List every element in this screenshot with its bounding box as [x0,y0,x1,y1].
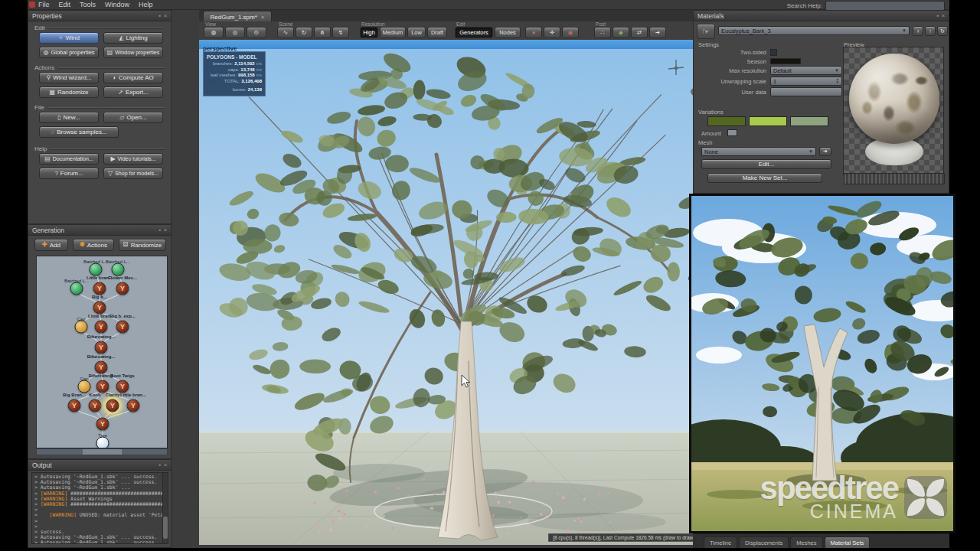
tab-meshes[interactable]: Meshes [790,536,822,548]
wind-button[interactable]: ✧Wind [39,32,99,44]
global-properties-button[interactable]: ◍Global properties [39,47,99,58]
graph-randomize-button[interactable]: ⚄Randomize [119,239,166,251]
panel-close-icon[interactable]: × [164,227,167,233]
forum-button[interactable]: ?Forum... [39,168,99,179]
graph-node[interactable]: Batched L... [70,282,83,295]
graph-node[interactable]: Cap [75,321,88,334]
browse-samples-button[interactable]: ◌Browse samples... [39,126,119,138]
material-hand-tool-button[interactable]: ☞ [697,24,715,39]
variation-swatch-2[interactable] [749,116,787,126]
resolution-high-button[interactable]: High [360,27,378,38]
view-camera-button[interactable]: ◍ [204,27,224,38]
resolution-draft-button[interactable]: Draft [427,27,447,38]
resolution-low-button[interactable]: Low [407,27,426,38]
viewport-header[interactable]: perspective [199,40,723,49]
edit-eye-button[interactable]: ◉ [562,27,579,38]
menu-edit[interactable]: Edit [59,1,71,8]
post-swap-button[interactable]: ⇄ [631,27,648,38]
panel-close-icon[interactable]: × [164,462,167,468]
file-group-label: File [34,104,44,111]
mesh-edit-button[interactable]: Edit... [701,159,831,169]
view-focus-button[interactable]: ◎ [225,27,245,38]
document-tab[interactable]: RedGum_1.spm*× [203,11,272,22]
set-strip[interactable] [844,173,945,184]
tab-displacements[interactable]: Displacements [739,536,789,548]
view-zoom-button[interactable]: ⊙ [247,27,266,38]
graph-node[interactable]: YClarity [106,399,119,412]
add-node-button[interactable]: ✚Add [34,239,68,251]
menu-window[interactable]: Window [105,1,129,8]
open-button[interactable]: ▱Open... [103,112,163,123]
panel-dock-icon[interactable]: ▪ [158,462,160,468]
menu-tools[interactable]: Tools [80,1,96,8]
variation-swatch-3[interactable] [790,116,828,126]
material-preview[interactable] [843,47,944,175]
user-data-field[interactable] [770,87,842,96]
edit-generators-button[interactable]: Generators [455,27,493,38]
window-icon: ▤ [107,50,113,56]
documentation-button[interactable]: ▤Documentation... [39,153,99,165]
panel-close-icon[interactable]: × [942,13,945,18]
edit-brush-button[interactable]: ● [525,27,542,38]
randomize-button[interactable]: ▦Randomize [39,86,99,98]
output-scrollbar[interactable] [162,472,168,544]
graph-node[interactable]: YBig b. exp... [116,321,129,334]
graph-node[interactable]: YFlower Mes... [116,282,129,295]
graph-node[interactable]: YKnob [89,399,102,412]
material-refresh-button[interactable]: ↻ [937,26,948,36]
two-sided-label: Two-sided [701,49,766,56]
graph-node[interactable]: YBig Bran... [68,399,81,412]
mesh-dropdown[interactable]: None▼ [701,147,816,156]
amount-field[interactable] [727,129,737,136]
panel-dock-icon[interactable]: ▪ [158,227,160,233]
mesh-link-button[interactable]: ➜ [819,147,831,156]
panel-dock-icon[interactable]: ▪ [158,13,160,18]
wind-icon: ✧ [58,35,64,41]
two-sided-checkbox[interactable] [770,49,777,56]
shop-for-models-button[interactable]: ▽Shop for models... [103,168,163,179]
actions-button[interactable]: ✱Actions [73,239,114,251]
post-play-button[interactable]: ➜ [649,27,666,38]
tab-material-sets[interactable]: Material Sets [825,536,871,548]
search-help-label: Search Help: [787,2,822,9]
resolution-medium-button[interactable]: Medium [380,27,406,38]
window-properties-button[interactable]: ▤Window properties [103,47,163,58]
max-resolution-dropdown[interactable]: Default▼ [770,66,842,75]
scene-curve-button[interactable]: ∿ [277,27,294,38]
panel-dock-icon[interactable]: ▪ [936,13,938,18]
graph-node[interactable]: YLittle bran... [127,399,140,412]
scene-pull-button[interactable]: ↯ [332,27,349,38]
video-tutorials-button[interactable]: ▶Video tutorials... [103,153,163,165]
scene-rotate-button[interactable]: ↻ [296,27,312,38]
compute-ao-button[interactable]: ◗Compute AO [103,72,163,83]
material-add-button[interactable]: ＋ [913,26,923,36]
tab-close-icon[interactable]: × [261,14,265,21]
export-button[interactable]: ➚Export... [103,86,163,98]
material-select-dropdown[interactable]: Eucalyptus_Bark_3▼ [718,26,910,35]
viewport-3d[interactable]: perspective POLYGONS - MODEL branches:2,… [199,40,723,545]
menu-file[interactable]: File [38,1,50,8]
wind-wizard-button[interactable]: ⚲Wind wizard... [39,72,99,83]
generation-node-graph[interactable]: Batched L...Batched L...Batched L...YLit… [36,256,168,448]
panel-close-icon[interactable]: × [164,13,167,18]
tab-timeline[interactable]: Timeline [704,536,737,548]
graph-horizontal-scrollbar[interactable] [36,448,168,455]
new-button[interactable]: ▯New... [39,112,99,123]
material-up-button[interactable]: ↑ [925,26,936,36]
unwrapping-scale-spinner[interactable]: 1▲▼ [770,77,842,86]
materials-panel-title: Materials ▪ × [694,11,949,21]
lighting-button[interactable]: ◭Lighting [103,32,163,44]
make-new-set-button[interactable]: Make New Set... [707,173,822,183]
edit-nodes-button[interactable]: Nodes [495,27,521,38]
post-leaf-button[interactable]: ◆ [612,27,629,38]
post-particles-button[interactable]: ∴ [594,27,611,38]
variation-swatch-1[interactable] [707,116,746,126]
output-log[interactable]: > Autosaving '~RedGum_1.sbk' ... success… [31,472,163,544]
menu-help[interactable]: Help [139,1,153,8]
edit-add-node-button[interactable]: ✛ [544,27,560,38]
graph-node[interactable]: Tree [96,437,109,449]
season-swatch[interactable] [770,58,801,64]
graph-node[interactable]: Y [96,418,109,431]
scene-move-node-button[interactable]: ⋔ [314,27,331,38]
browse-icon: ◌ [51,129,54,135]
